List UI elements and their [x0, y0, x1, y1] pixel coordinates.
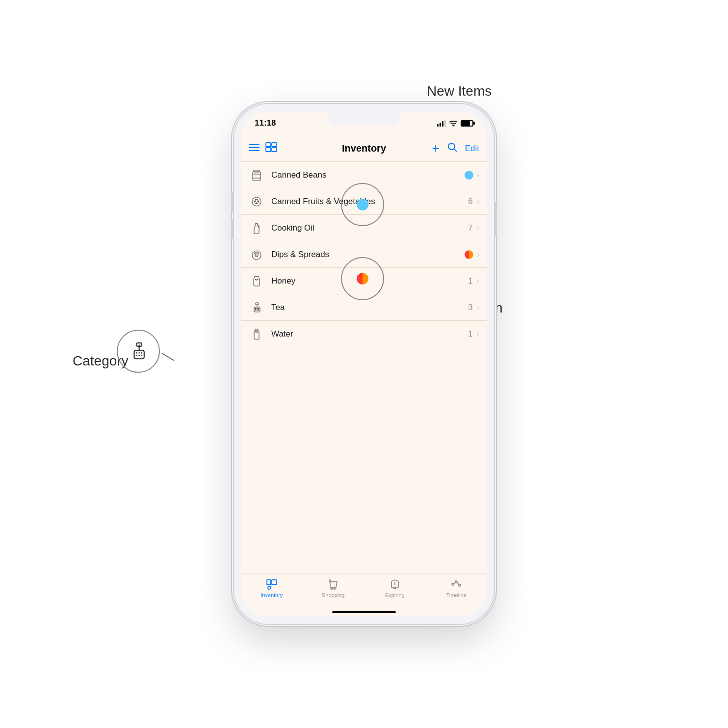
- shopping-tab-icon: [327, 578, 339, 590]
- svg-point-33: [257, 310, 258, 311]
- svg-point-29: [255, 308, 256, 309]
- svg-point-20: [258, 200, 259, 202]
- chevron-icon: ›: [477, 250, 479, 259]
- category-icon-canned-beans: [249, 167, 264, 183]
- tab-inventory[interactable]: Inventory: [252, 578, 291, 598]
- svg-line-12: [454, 149, 457, 152]
- nav-bar: Inventory + Edit: [241, 135, 487, 162]
- list-item[interactable]: Dips & Spreads ›: [241, 241, 487, 268]
- nav-left: [249, 142, 277, 155]
- svg-rect-49: [137, 343, 142, 346]
- scene: New ItemsBadge ExpirationBadge Category …: [0, 0, 728, 728]
- item-name-honey: Honey: [271, 276, 468, 286]
- inventory-grid-icon[interactable]: [265, 142, 277, 155]
- svg-point-53: [136, 355, 137, 356]
- list-item[interactable]: Cooking Oil 7 ›: [241, 215, 487, 241]
- add-button[interactable]: +: [432, 141, 440, 156]
- list-item[interactable]: Tea 3 ›: [241, 294, 487, 321]
- power-button: [494, 202, 497, 236]
- svg-rect-8: [272, 143, 277, 147]
- search-button[interactable]: [447, 142, 457, 155]
- svg-rect-10: [272, 148, 277, 152]
- home-indicator: [332, 611, 396, 613]
- edit-button[interactable]: Edit: [465, 144, 479, 154]
- tab-expiring[interactable]: Expiring: [375, 578, 415, 598]
- volume-up-button: [231, 192, 234, 212]
- phone-frame: 11:18: [234, 104, 494, 624]
- list-item[interactable]: Honey 1 ›: [241, 268, 487, 294]
- list-item[interactable]: Canned Beans ›: [241, 162, 487, 188]
- item-count-canned-fruits: 6: [468, 197, 472, 207]
- annotation-category: Category: [73, 353, 129, 369]
- category-icon-cooking-oil: [249, 220, 264, 236]
- svg-rect-47: [134, 350, 144, 359]
- tab-timeline[interactable]: Timeline: [437, 578, 476, 598]
- hamburger-menu-icon[interactable]: [249, 142, 260, 155]
- svg-point-54: [138, 355, 140, 356]
- svg-line-2: [162, 353, 174, 361]
- wifi-icon: [449, 120, 458, 127]
- list-container: Canned Beans › Canned Fruits & Vegetable…: [241, 162, 487, 573]
- chevron-icon: ›: [477, 303, 479, 312]
- expiring-tab-icon: [389, 578, 401, 590]
- tab-bar: Inventory Shopping E: [241, 573, 487, 617]
- item-name-tea: Tea: [271, 303, 468, 312]
- battery-icon: [461, 120, 473, 127]
- chevron-icon: ›: [477, 277, 479, 286]
- svg-point-44: [452, 583, 454, 585]
- status-icons: [437, 120, 473, 127]
- new-items-badge: [465, 171, 473, 180]
- category-tea-icon: [128, 340, 149, 362]
- chevron-icon: ›: [477, 171, 479, 180]
- phone-screen: 11:18: [241, 111, 487, 617]
- signal-icon: [437, 120, 446, 127]
- item-name-dips-spreads: Dips & Spreads: [271, 250, 477, 260]
- category-icon-dips-spreads: [249, 247, 264, 262]
- category-icon-water: [249, 326, 264, 342]
- svg-point-34: [258, 310, 259, 311]
- item-count-cooking-oil: 7: [468, 223, 472, 233]
- list-item[interactable]: Canned Fruits & Vegetables 6 ›: [241, 188, 487, 215]
- svg-rect-13: [253, 172, 260, 181]
- category-icon-tea: [249, 300, 264, 315]
- list-item[interactable]: Water 1 ›: [241, 321, 487, 347]
- tab-expiring-label: Expiring: [385, 592, 405, 598]
- item-count-honey: 1: [468, 276, 472, 286]
- svg-point-3: [453, 126, 454, 127]
- inventory-tab-icon: [266, 578, 278, 590]
- svg-point-19: [255, 200, 256, 202]
- tab-shopping[interactable]: Shopping: [313, 578, 353, 598]
- svg-point-31: [258, 308, 259, 309]
- svg-rect-7: [266, 143, 271, 147]
- tab-shopping-label: Shopping: [322, 592, 345, 598]
- svg-point-21: [256, 202, 258, 204]
- svg-point-32: [255, 310, 256, 311]
- svg-rect-36: [255, 329, 258, 331]
- svg-point-55: [141, 355, 142, 356]
- item-name-canned-beans: Canned Beans: [271, 170, 477, 180]
- item-name-cooking-oil: Cooking Oil: [271, 223, 468, 233]
- notch: [327, 111, 401, 126]
- svg-point-40: [331, 588, 333, 590]
- nav-right: + Edit: [432, 141, 479, 156]
- svg-point-46: [459, 584, 461, 586]
- svg-rect-9: [266, 148, 271, 152]
- svg-point-11: [448, 143, 455, 150]
- svg-point-41: [334, 588, 336, 590]
- svg-point-50: [136, 352, 137, 354]
- item-name-canned-fruits: Canned Fruits & Vegetables: [271, 197, 468, 207]
- svg-point-51: [138, 352, 140, 354]
- category-icon-canned-fruits: [249, 194, 264, 209]
- tab-inventory-label: Inventory: [260, 592, 283, 598]
- status-time: 11:18: [255, 118, 276, 128]
- svg-point-30: [257, 308, 258, 309]
- svg-point-17: [252, 197, 261, 206]
- chevron-icon: ›: [477, 330, 479, 338]
- chevron-icon: ›: [477, 224, 479, 233]
- volume-down-button: [231, 219, 234, 239]
- svg-point-45: [455, 581, 457, 583]
- svg-rect-38: [272, 580, 277, 585]
- timeline-tab-icon: [450, 578, 462, 590]
- tab-timeline-label: Timeline: [446, 592, 467, 598]
- expiration-badge: [465, 250, 473, 259]
